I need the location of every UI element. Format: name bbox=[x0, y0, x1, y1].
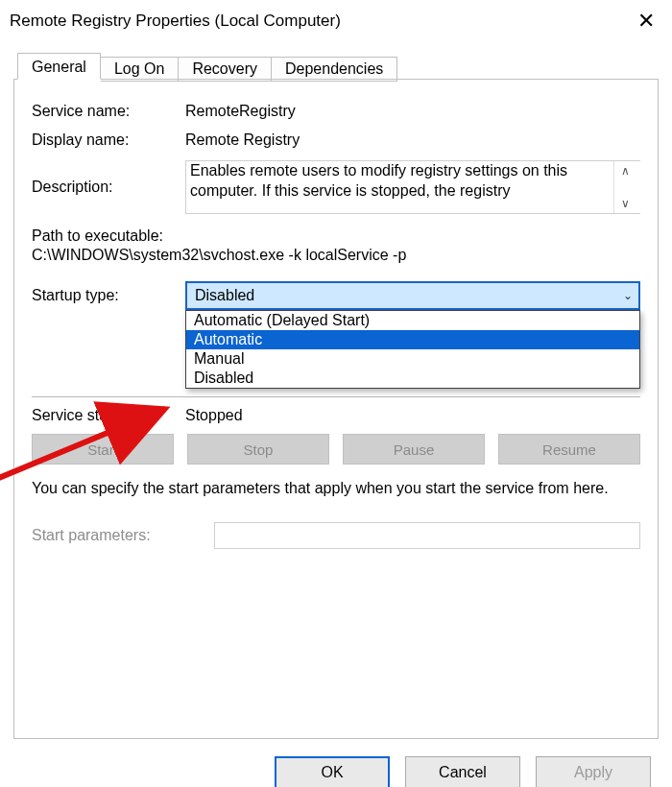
path-label: Path to executable: bbox=[32, 227, 640, 245]
tab-general[interactable]: General bbox=[17, 53, 101, 80]
window-title: Remote Registry Properties (Local Comput… bbox=[10, 12, 341, 31]
tab-strip: General Log On Recovery Dependencies bbox=[0, 52, 672, 79]
cancel-button[interactable]: Cancel bbox=[405, 756, 520, 787]
description-scrollbar[interactable]: ∧ ∨ bbox=[613, 161, 636, 213]
titlebar: Remote Registry Properties (Local Comput… bbox=[0, 0, 672, 38]
start-button: Start bbox=[32, 434, 174, 465]
service-name-value: RemoteRegistry bbox=[185, 103, 640, 120]
chevron-down-icon: ⌄ bbox=[623, 289, 633, 302]
apply-button: Apply bbox=[536, 756, 651, 787]
description-text: Enables remote users to modify registry … bbox=[190, 161, 613, 213]
startup-type-selected: Disabled bbox=[195, 287, 254, 304]
scroll-down-icon[interactable]: ∨ bbox=[614, 198, 636, 209]
startup-option-delayed[interactable]: Automatic (Delayed Start) bbox=[186, 311, 639, 330]
start-parameters-input bbox=[214, 522, 640, 549]
service-name-label: Service name: bbox=[32, 103, 185, 120]
startup-type-label: Startup type: bbox=[32, 287, 185, 304]
startup-option-manual[interactable]: Manual bbox=[186, 349, 639, 369]
close-icon[interactable]: ✕ bbox=[630, 11, 662, 32]
description-label: Description: bbox=[32, 179, 185, 196]
display-name-value: Remote Registry bbox=[185, 131, 640, 149]
service-status-value: Stopped bbox=[185, 407, 640, 424]
pause-button: Pause bbox=[343, 434, 485, 465]
ok-button[interactable]: OK bbox=[275, 756, 390, 787]
service-control-buttons: Start Stop Pause Resume bbox=[32, 434, 640, 465]
startup-option-automatic[interactable]: Automatic bbox=[186, 330, 639, 349]
stop-button: Stop bbox=[187, 434, 329, 465]
path-value: C:\WINDOWS\system32\svchost.exe -k local… bbox=[32, 247, 640, 264]
display-name-label: Display name: bbox=[32, 131, 185, 149]
description-box[interactable]: Enables remote users to modify registry … bbox=[185, 160, 640, 214]
scroll-up-icon[interactable]: ∧ bbox=[614, 165, 636, 177]
startup-type-dropdown: Automatic (Delayed Start) Automatic Manu… bbox=[185, 310, 640, 389]
tab-panel: Service name: RemoteRegistry Display nam… bbox=[13, 79, 659, 739]
resume-button: Resume bbox=[498, 434, 640, 465]
startup-option-disabled[interactable]: Disabled bbox=[186, 369, 639, 388]
start-parameters-note: You can specify the start parameters tha… bbox=[32, 478, 640, 499]
startup-type-select[interactable]: Disabled ⌄ Automatic (Delayed Start) Aut… bbox=[185, 281, 640, 310]
service-status-label: Service status: bbox=[32, 407, 185, 424]
divider bbox=[32, 396, 640, 397]
start-parameters-label: Start parameters: bbox=[32, 527, 214, 544]
dialog-button-row: OK Cancel Apply bbox=[0, 739, 672, 787]
